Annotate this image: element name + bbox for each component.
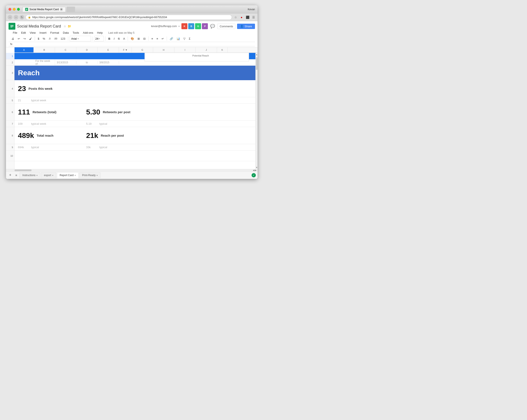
undo-button[interactable]: ↩ [16,36,21,41]
link-button[interactable]: 🔗 [168,36,174,41]
col-header-h[interactable]: H [153,47,174,53]
menu-tools[interactable]: Tools [71,31,81,35]
scrollbar-thumb[interactable] [256,57,258,70]
tab-title: Social Media Report Card [29,8,59,11]
scatter-chart: Reach & Retweets Retweets 40 30 [144,53,249,61]
col-header-g[interactable]: G [132,47,153,53]
menu-format[interactable]: Format [49,31,61,35]
retweets-typical-value: 109 [18,122,29,125]
fill-color-button[interactable]: 🎨 [129,36,135,41]
menu-help[interactable]: Help [95,31,104,35]
currency-button[interactable]: $ [36,36,41,41]
sheet-tab-export[interactable]: export ▾ [41,172,56,178]
col-header-e[interactable]: E [98,47,119,53]
filter-button[interactable]: ▽ [182,36,187,41]
add-sheet-button[interactable]: + [8,173,13,178]
toolbar-sep-5 [128,36,128,41]
sheet-tab-instructions[interactable]: Instructions ▾ [20,172,40,178]
row-num-9[interactable]: 9 [6,144,14,151]
extension-icon-2[interactable]: ⬛ [245,15,250,20]
col-header-i[interactable]: I [174,47,196,53]
share-button[interactable]: 👤 Share [237,24,255,29]
svg-rect-6 [11,25,13,26]
row-num-10[interactable]: 10 [6,151,14,161]
forward-button[interactable]: › [14,15,18,20]
align-left-button[interactable]: ≡ [150,36,154,41]
col-header-c[interactable]: C [55,47,76,53]
print-button[interactable]: 🖨 [10,36,16,41]
increase-decimal-button[interactable]: .00 [53,36,58,41]
bookmark-icon[interactable]: ☆ [233,15,238,20]
refresh-button[interactable]: ↻ [20,15,24,20]
menu-insert[interactable]: Insert [38,31,48,35]
strikethrough-button[interactable]: S [117,36,121,41]
col-header-a[interactable]: A [14,47,34,53]
cell-c2[interactable]: 3/13/2015 [55,61,76,64]
minimize-button[interactable] [13,8,16,11]
number-format-button[interactable]: 123 [59,36,66,41]
row-num-1[interactable]: 1 [6,53,14,59]
star-icon[interactable]: ☆ [64,24,66,28]
percent-button[interactable]: % [41,36,46,41]
address-field[interactable]: 🔒 https://docs.google.com/spreadsheets/d… [26,15,232,20]
dropdown-arrow[interactable]: ▾ [178,25,180,28]
borders-button[interactable]: ⊞ [136,36,141,41]
row-num-3[interactable]: 3 [6,66,14,80]
menu-file[interactable]: File [11,31,19,35]
cell-e2[interactable]: 3/8/2015 [98,61,119,64]
function-button[interactable]: Σ [188,36,192,41]
scroll-down-arrow[interactable]: ▼ [256,166,258,169]
sheet-tab-report-card[interactable]: Report Card ▾ [57,172,78,178]
sheet-tab-print-ready[interactable]: Print-Ready ▾ [79,172,100,178]
share-label: Share [244,25,252,28]
folder-icon[interactable]: 📁 [67,24,71,28]
redo-button[interactable]: ↪ [22,36,27,41]
menu-addons[interactable]: Add-ons [81,31,95,35]
comments-button[interactable]: Comments [217,24,235,29]
row-num-7[interactable]: 7 [6,121,14,127]
row-num-6[interactable]: 6 [6,104,14,121]
close-button[interactable] [9,8,11,11]
text-color-button[interactable]: A [122,36,126,41]
row-num-2[interactable]: 2 [6,59,14,66]
menu-view[interactable]: View [28,31,37,35]
menu-edit[interactable]: Edit [19,31,28,35]
h-scrollbar-thumb[interactable] [14,169,32,171]
row-num-4[interactable]: 4 [6,80,14,97]
paint-format-button[interactable]: 🖌 [28,36,33,41]
font-size-selector[interactable]: 24 ▾ [94,36,104,41]
back-button[interactable]: ‹ [8,15,12,20]
active-tab[interactable]: Social Media Report Card ✕ [22,7,66,12]
week-label: For the week of: [35,59,50,66]
col-header-j[interactable]: J [196,47,217,53]
h-scroll-left[interactable]: ◀ [253,169,254,171]
bold-button[interactable]: B [107,36,111,41]
col-header-d[interactable]: D [76,47,98,53]
col-header-b[interactable]: B [34,47,55,53]
row-num-5[interactable]: 5 [6,97,14,104]
extension-icon-1[interactable]: ● [239,15,244,20]
row-num-8[interactable]: 8 [6,127,14,144]
italic-button[interactable]: I [112,36,116,41]
maximize-button[interactable] [17,8,20,11]
col-header-k[interactable]: K [217,47,228,53]
h-scroll-right[interactable]: ▶ [255,169,257,171]
scroll-up-arrow[interactable]: ▲ [256,53,258,56]
chat-icon[interactable]: 💬 [209,23,216,29]
share-icon: 👤 [240,25,243,28]
align-center-button[interactable]: ≡ [155,36,159,41]
font-selector[interactable]: Arial ▾ [70,36,91,41]
wrap-button[interactable]: ↵ [160,36,165,41]
tab-close-btn[interactable]: ✕ [60,8,63,11]
vertical-scrollbar[interactable]: ▲ ▼ [255,53,258,169]
horizontal-scrollbar[interactable]: ◀ ▶ [6,169,258,171]
col-header-f[interactable]: F ▼ [119,47,132,53]
cell-d2[interactable]: to [76,61,98,64]
menu-data[interactable]: Data [61,31,70,35]
decrease-decimal-button[interactable]: .0 [47,36,52,41]
cell-b2[interactable]: For the week of: [34,59,55,66]
sheet-list-button[interactable]: ≡ [14,173,19,178]
merge-cells-button[interactable]: ⊟ [142,36,147,41]
chart-button[interactable]: 📊 [175,36,181,41]
extension-icon-3[interactable]: ☰ [251,15,256,20]
